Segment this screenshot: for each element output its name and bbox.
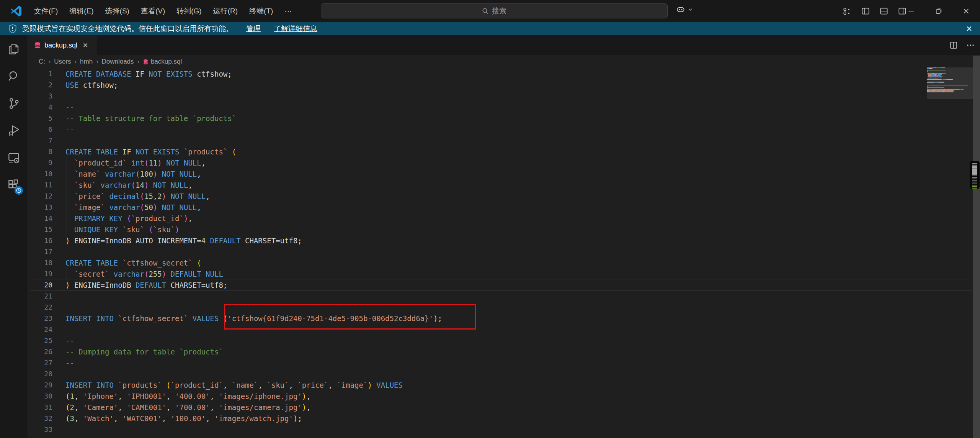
clock-icon [16, 187, 22, 194]
code-line[interactable]: 10 `name` varchar(100) NOT NULL, [28, 168, 980, 179]
line-number: 15 [28, 225, 52, 233]
minimap[interactable] [927, 67, 973, 99]
overview-stripe [972, 179, 977, 179]
overview-stripe [972, 184, 977, 184]
split-editor-icon[interactable] [949, 41, 958, 50]
breadcrumb-item-users[interactable]: Users [54, 58, 71, 66]
vertical-scrollbar[interactable] [973, 56, 980, 438]
banner-close-icon[interactable]: ✕ [966, 22, 972, 35]
sidebar-item-source-control[interactable] [0, 90, 28, 117]
menu-item-2[interactable]: 编辑(E) [64, 4, 99, 18]
more-actions-icon[interactable] [966, 41, 975, 50]
code-line[interactable]: 32(3, 'Watch', 'WATC001', '100.00', 'ima… [28, 413, 980, 424]
sidebar-item-extensions[interactable] [0, 171, 28, 198]
line-number: 5 [28, 114, 52, 122]
sidebar-item-run-debug[interactable] [0, 117, 28, 144]
code-line[interactable]: 15 UNIQUE KEY `sku` (`sku`) [28, 224, 980, 235]
code-line[interactable]: 30(1, 'Iphone', 'IPHO001', '400.00', 'im… [28, 390, 980, 402]
code-line[interactable]: 6-- [28, 124, 980, 135]
overview-stripe [972, 168, 977, 169]
code-line[interactable]: 27-- [28, 357, 980, 368]
code-line[interactable]: 25-- [28, 335, 980, 346]
title-bar: 文件(F)编辑(E)选择(S)查看(V)转到(G)运行(R)终端(T)··· ←… [0, 0, 980, 22]
line-number: 6 [28, 125, 52, 133]
code-line[interactable]: 1CREATE DATABASE IF NOT EXISTS ctfshow; [28, 68, 980, 79]
sidebar-item-search[interactable] [0, 62, 28, 90]
tab-close-icon[interactable]: ✕ [83, 41, 88, 49]
code-line[interactable]: 18CREATE TABLE `ctfshow_secret` ( [28, 257, 980, 268]
code-line[interactable]: 33 [28, 424, 980, 435]
code-line[interactable]: 29INSERT INTO `products` (`product_id`, … [28, 379, 980, 390]
restore-button[interactable] [925, 0, 952, 22]
code-line[interactable]: 8CREATE TABLE IF NOT EXISTS `products` ( [28, 146, 980, 157]
toggle-panel-icon[interactable] [879, 6, 889, 16]
line-number: 10 [28, 170, 52, 178]
code-line[interactable]: 12 `price` decimal(15,2) NOT NULL, [28, 190, 980, 202]
code-line[interactable]: 17 [28, 246, 980, 257]
line-content: `secret` varchar(255) DEFAULT NULL [65, 270, 223, 278]
code-line[interactable]: 31(2, 'Camera', 'CAME001', '700.00', 'im… [28, 402, 980, 413]
code-line[interactable]: 16) ENGINE=InnoDB AUTO_INCREMENT=4 DEFAU… [28, 235, 980, 246]
learn-more-link[interactable]: 了解详细信息 [274, 24, 317, 34]
overview-stripe [972, 163, 977, 164]
code-line[interactable]: 26-- Dumping data for table `products` [28, 346, 980, 357]
line-content: (1, 'Iphone', 'IPHO001', '400.00', 'imag… [65, 392, 311, 400]
minimize-button[interactable] [897, 0, 925, 22]
breadcrumb[interactable]: C:›Users›hmh›Downloads›backup.sql [39, 55, 182, 68]
code-line[interactable]: 4-- [28, 102, 980, 113]
line-content: (3, 'Watch', 'WATC001', '100.00', 'image… [65, 414, 302, 423]
menu-item-8[interactable]: ··· [279, 5, 297, 18]
breadcrumb-item-hmh[interactable]: hmh [80, 58, 93, 66]
extensions-badge [15, 186, 23, 195]
code-line[interactable]: 20) ENGINE=InnoDB DEFAULT CHARSET=utf8; [28, 279, 980, 290]
breadcrumb-separator: › [49, 58, 51, 65]
code-line[interactable]: 7 [28, 135, 980, 146]
overview-stripe [972, 176, 977, 176]
code-line[interactable]: 9 `product_id` int(11) NOT NULL, [28, 157, 980, 168]
menu-item-7[interactable]: 终端(T) [243, 4, 279, 18]
code-line[interactable]: 23INSERT INTO `ctfshow_secret` VALUES ('… [28, 313, 980, 324]
menu-item-1[interactable]: 文件(F) [28, 4, 64, 18]
breadcrumb-item-downloads[interactable]: Downloads [101, 58, 134, 66]
tab-backup-sql[interactable]: backup.sql ✕ [28, 35, 97, 55]
code-line[interactable]: 2USE ctfshow; [28, 79, 980, 90]
search-placeholder: 搜索 [492, 6, 506, 16]
manage-link[interactable]: 管理 [246, 24, 261, 34]
line-number: 22 [28, 303, 52, 311]
indent-guide [67, 190, 67, 202]
search-input[interactable]: 搜索 [321, 3, 668, 18]
line-number: 31 [28, 403, 52, 411]
sidebar-item-remote-explorer[interactable] [0, 144, 28, 171]
line-number: 30 [28, 392, 52, 400]
code-line[interactable]: 19 `secret` varchar(255) DEFAULT NULL [28, 268, 980, 279]
breadcrumb-item-c[interactable]: C: [39, 58, 45, 66]
overview-stripe [972, 182, 977, 182]
customize-layout-icon[interactable] [842, 6, 852, 16]
code-lines[interactable]: 1CREATE DATABASE IF NOT EXISTS ctfshow;2… [28, 68, 980, 435]
search-icon [482, 8, 489, 15]
code-line[interactable]: 14 PRIMARY KEY (`product_id`), [28, 213, 980, 224]
toggle-primary-sidebar-icon[interactable] [861, 6, 871, 16]
line-number: 26 [28, 348, 52, 356]
indent-guide [67, 179, 67, 190]
code-line[interactable]: 3 [28, 90, 980, 102]
code-line[interactable]: 11 `sku` varchar(14) NOT NULL, [28, 179, 980, 190]
code-line[interactable]: 24 [28, 324, 980, 335]
menu-item-3[interactable]: 选择(S) [100, 4, 135, 18]
breadcrumb-item-backupsql[interactable]: backup.sql [143, 58, 182, 66]
menu-item-6[interactable]: 运行(R) [207, 4, 243, 18]
menu-item-4[interactable]: 查看(V) [135, 4, 171, 18]
code-line[interactable]: 21 [28, 290, 980, 302]
code-line[interactable]: 28 [28, 368, 980, 379]
code-line[interactable]: 5-- Table structure for table `products` [28, 113, 980, 124]
overview-stripe [972, 183, 977, 184]
close-window-button[interactable] [952, 0, 980, 22]
copilot-button[interactable] [676, 5, 693, 15]
menu-item-5[interactable]: 转到(G) [171, 4, 207, 18]
code-line[interactable]: 13 `image` varchar(50) NOT NULL, [28, 202, 980, 213]
sidebar-item-explorer[interactable] [0, 35, 28, 62]
line-content: ) ENGINE=InnoDB AUTO_INCREMENT=4 DEFAULT… [65, 236, 302, 245]
line-content: -- Dumping data for table `products` [65, 348, 223, 356]
code-line[interactable]: 22 [28, 302, 980, 313]
line-content: CREATE DATABASE IF NOT EXISTS ctfshow; [65, 70, 232, 78]
